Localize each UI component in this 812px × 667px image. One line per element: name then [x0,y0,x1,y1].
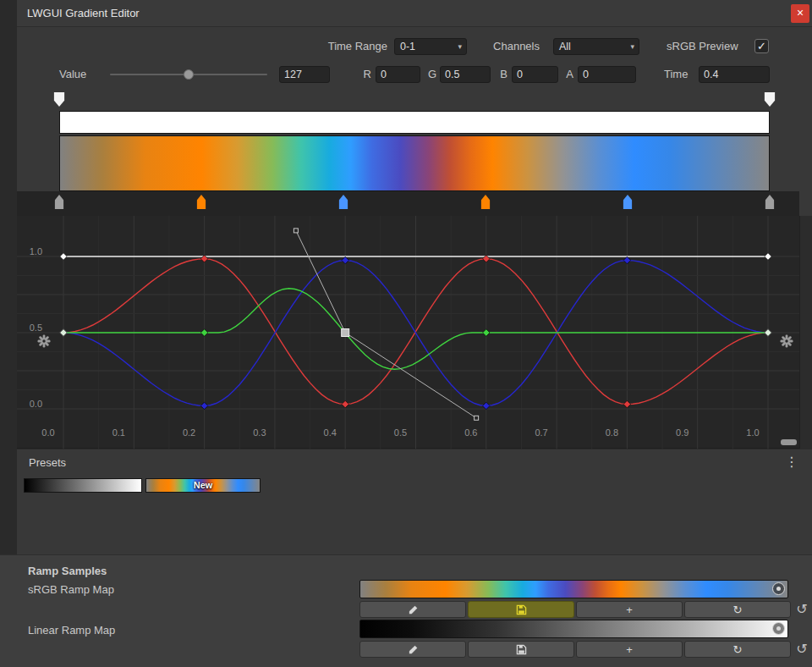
srgb-preview-label: sRGB Preview [667,38,749,55]
g-label: G [425,66,436,83]
color-gradient-bar[interactable] [59,135,770,191]
x-tick-label: 0.0 [41,427,54,438]
x-tick-label: 0.4 [324,427,337,438]
chevron-down-icon: ▾ [458,39,462,55]
gradient-alpha-key-marker[interactable] [54,92,65,107]
ramp-refresh-button[interactable]: ↻ [684,641,791,658]
g-field[interactable]: 0.5 [440,66,491,83]
time-field[interactable]: 0.4 [699,66,770,83]
time-range-dropdown[interactable]: 0-1 ▾ [394,38,467,55]
ramp-refresh-button[interactable]: ↻ [684,601,791,618]
window-title: LWGUI Gradient Editor [27,0,140,26]
x-tick-label: 0.1 [112,427,125,438]
x-tick-label: 1.0 [746,427,759,438]
time-range-label: Time Range [310,38,387,55]
linear-ramp-gradient-field[interactable] [359,620,788,638]
object-picker-icon [776,626,781,631]
curve-settings-gear-icon[interactable] [37,334,51,348]
x-tick-label: 0.7 [535,427,547,438]
srgb-ramp-gradient-field[interactable] [359,580,788,598]
channels-dropdown[interactable]: All ▾ [553,38,639,55]
curve-canvas[interactable] [17,216,799,449]
linear-ramp-label: Linear Ramp Map [28,624,115,637]
channels-label: Channels [480,38,540,55]
value-field[interactable]: 127 [279,66,330,83]
curve-key[interactable] [200,402,207,409]
ramp-undo-button[interactable]: ↺ [793,601,810,618]
close-button[interactable]: × [791,4,809,23]
gradient-editor-window: LWGUI Gradient Editor × Time Range 0-1 ▾… [17,0,812,554]
curve-key[interactable] [765,329,771,336]
curve-key[interactable] [765,253,771,260]
titlebar[interactable]: LWGUI Gradient Editor × [17,0,812,27]
screen: LWGUI Gradient Editor × Time Range 0-1 ▾… [0,0,812,667]
y-tick-label: 0.0 [20,399,42,409]
vertical-scrollbar[interactable] [799,216,812,449]
curve-key[interactable] [623,256,630,263]
plus-icon: + [626,644,633,655]
alpha-preview-bar[interactable] [59,111,770,134]
curve-key[interactable] [342,400,348,407]
curve-key[interactable] [483,329,490,336]
curve-key[interactable] [60,329,67,336]
refresh-icon: ↻ [733,644,743,655]
curve-key[interactable] [200,329,207,336]
object-picker-button[interactable] [772,582,785,595]
ramp-edit-button[interactable] [359,641,466,658]
r-label: R [359,66,371,83]
curve-key[interactable] [483,402,490,409]
tangent-handle[interactable] [475,416,479,420]
value-slider[interactable] [110,74,267,75]
gradient-color-key-marker[interactable] [765,195,775,209]
b-label: B [496,66,508,83]
gradient-color-key-marker[interactable] [481,195,491,209]
a-label: A [562,66,573,83]
srgb-ramp-buttons: + ↻ [359,601,791,618]
a-field[interactable]: 0 [578,66,636,83]
time-range-value: 0-1 [400,41,415,52]
gradient-color-key-marker[interactable] [197,195,206,209]
x-tick-label: 0.3 [253,427,266,438]
close-icon: × [797,6,804,19]
selected-curve-key[interactable] [342,329,349,337]
save-icon [516,604,527,615]
preset-swatch-new[interactable]: New [145,478,261,493]
preset-swatch-grayscale[interactable] [24,478,142,493]
ramp-save-button[interactable] [468,641,574,658]
gradient-color-key-marker[interactable] [55,195,64,209]
time-label: Time [664,66,696,83]
gradient-color-key-marker[interactable] [623,195,633,209]
ramp-add-button[interactable]: + [576,601,683,618]
horizontal-scrollbar-thumb[interactable] [781,439,797,445]
ramp-undo-button[interactable]: ↺ [793,641,810,658]
alpha-marker-row[interactable] [17,90,799,111]
srgb-ramp-label: sRGB Ramp Map [28,583,114,596]
x-tick-label: 0.8 [606,427,618,438]
presets-menu-button[interactable]: ⋮ [785,449,798,475]
gradient-color-key-marker[interactable] [339,195,348,209]
curve-key[interactable] [342,256,348,263]
x-tick-label: 0.9 [676,427,689,438]
pencil-icon [408,604,419,615]
channels-value: All [559,41,571,52]
save-icon [516,644,527,655]
value-label: Value [59,66,95,83]
y-tick-label: 0.5 [20,322,42,333]
value-slider-knob[interactable] [184,69,194,80]
y-tick-label: 1.0 [20,246,42,256]
ramp-edit-button[interactable] [359,601,466,618]
srgb-preview-checkbox[interactable]: ✓ [754,39,769,53]
curve-settings-gear-icon[interactable] [780,334,793,348]
ramp-save-button[interactable] [468,601,574,618]
presets-header: Presets ⋮ [17,449,812,475]
b-field[interactable]: 0 [512,66,558,83]
object-picker-button[interactable] [772,622,785,635]
r-field[interactable]: 0 [376,66,420,83]
ramp-add-button[interactable]: + [576,641,683,658]
gradient-alpha-key-marker[interactable] [765,92,776,107]
tangent-handle[interactable] [294,229,298,233]
curve-key[interactable] [60,253,67,260]
color-marker-row[interactable] [17,191,799,216]
refresh-icon: ↻ [733,604,743,615]
curve-key[interactable] [623,400,630,407]
